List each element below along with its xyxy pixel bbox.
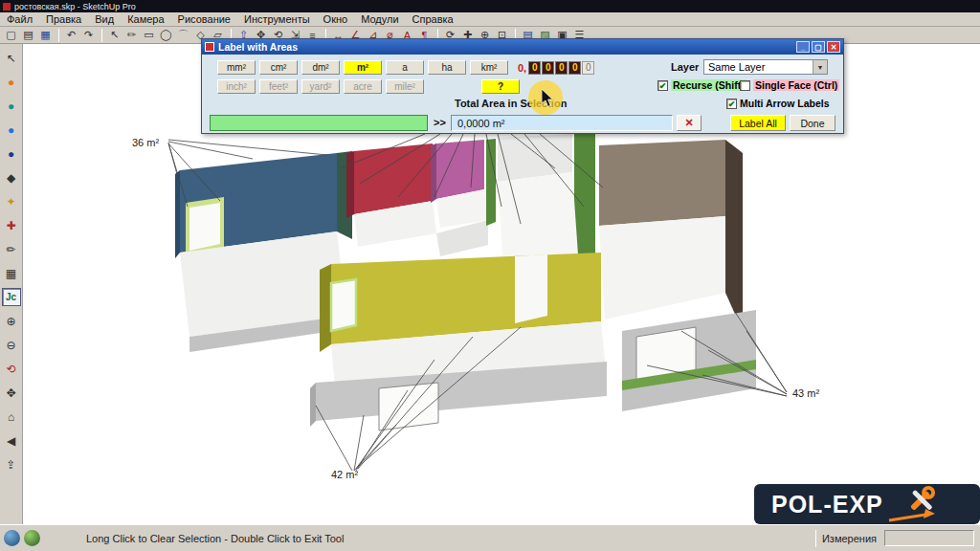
label-all-button[interactable]: Label All — [730, 115, 786, 131]
toolbar-separator — [58, 29, 59, 42]
minimize-button[interactable]: _ — [796, 41, 810, 53]
label-areas-tool-icon[interactable]: Jc — [2, 288, 21, 306]
zoom-out-icon[interactable]: ⊖ — [2, 336, 21, 354]
digit-0: 0, — [518, 62, 526, 74]
digit-4: 0 — [568, 61, 581, 75]
window-title: ростовская.skp - SketchUp Pro — [14, 2, 136, 11]
menu-window[interactable]: Окно — [317, 13, 355, 25]
select-tool-icon[interactable]: ↖ — [106, 28, 122, 43]
label-with-areas-dialog: Label with Areas _ ▢ ✕ mm² cm² dm² m² a … — [201, 38, 844, 134]
single-face-option[interactable]: Single Face (Ctrl) — [740, 79, 839, 91]
grid-tool-icon[interactable]: ▦ — [2, 264, 21, 282]
single-face-label: Single Face (Ctrl) — [753, 79, 839, 91]
menu-view[interactable]: Вид — [88, 13, 121, 25]
star-tool-icon[interactable]: ✦ — [2, 192, 21, 210]
dialog-titlebar[interactable]: Label with Areas _ ▢ ✕ — [202, 39, 843, 55]
zoom-in-icon[interactable]: ⊕ — [2, 312, 21, 330]
menu-tools[interactable]: Инструменты — [237, 13, 317, 25]
help-button[interactable]: ? — [481, 79, 520, 94]
new-file-icon[interactable]: ▢ — [3, 28, 19, 43]
menu-bar: Файл Правка Вид Камера Рисование Инструм… — [0, 12, 980, 27]
select-tool-icon[interactable]: ↖ — [2, 49, 21, 67]
app-window: ростовская.skp - SketchUp Pro Файл Правк… — [0, 0, 980, 551]
multi-arrow-checkbox[interactable]: ✔ — [726, 99, 737, 109]
redo-icon[interactable]: ↷ — [80, 28, 97, 43]
back-tool-icon[interactable]: ◀ — [2, 431, 21, 450]
measurements-field[interactable] — [884, 530, 974, 546]
toolbar-separator — [101, 29, 102, 42]
multi-arrow-option[interactable]: ✔ Multi Arrow Labels — [726, 98, 830, 109]
menu-help[interactable]: Справка — [406, 13, 460, 25]
pol-exp-logo: POL-EXP — [754, 484, 980, 524]
cross-tool-icon[interactable]: ✚ — [2, 216, 21, 234]
unit-km2-button[interactable]: km² — [470, 60, 508, 75]
menu-draw[interactable]: Рисование — [171, 13, 237, 25]
digit-1: 0 — [528, 61, 541, 75]
unit-inch2-button[interactable]: inch² — [217, 79, 256, 94]
digit-2: 0 — [542, 61, 554, 75]
digit-display: 0, 0 0 0 0 0 — [518, 60, 594, 75]
total-area-field[interactable]: 0,0000 m² — [451, 115, 673, 131]
mouse-cursor — [542, 89, 555, 108]
pencil-tool-icon[interactable]: ✏ — [2, 240, 21, 258]
done-button[interactable]: Done — [790, 115, 835, 131]
progress-bar — [210, 115, 428, 131]
menu-camera[interactable]: Камера — [121, 13, 170, 25]
chevron-down-icon[interactable]: ▼ — [813, 60, 827, 74]
orbit-tool-icon[interactable]: ⟲ — [2, 360, 21, 378]
unit-yard2-button[interactable]: yard² — [301, 79, 340, 94]
sphere-navy-icon[interactable]: ● — [2, 144, 21, 163]
recurse-checkbox[interactable]: ✔ — [657, 80, 668, 91]
sphere-teal-icon[interactable]: ● — [2, 97, 21, 115]
multi-arrow-label: Multi Arrow Labels — [740, 98, 830, 109]
unit-dm2-button[interactable]: dm² — [301, 60, 340, 75]
dialog-body: mm² cm² dm² m² a ha km² 0, 0 0 0 0 0 Lay… — [202, 55, 845, 135]
line-tool-icon[interactable]: ✏ — [123, 28, 140, 43]
undo-icon[interactable]: ↶ — [63, 28, 79, 43]
wrench-icon — [883, 484, 958, 524]
unit-mile2-button[interactable]: mile² — [386, 79, 424, 94]
measurements-area: Измерения — [815, 530, 980, 547]
geo-icon[interactable] — [24, 530, 40, 546]
maximize-button[interactable]: ▢ — [812, 41, 825, 53]
unit-feet2-button[interactable]: feet² — [259, 79, 298, 94]
unit-ha-button[interactable]: ha — [428, 60, 466, 75]
recurse-label: Recurse (Shift) — [671, 79, 746, 91]
save-icon[interactable]: ▦ — [37, 28, 54, 43]
circle-tool-icon[interactable]: ◯ — [158, 28, 174, 43]
diamond-tool-icon[interactable]: ◆ — [2, 168, 21, 187]
measurements-label: Измерения — [822, 533, 877, 544]
window-titlebar: ростовская.skp - SketchUp Pro — [0, 0, 980, 12]
open-file-icon[interactable]: ▤ — [20, 28, 36, 43]
single-face-checkbox[interactable] — [740, 80, 750, 91]
sphere-blue-icon[interactable]: ● — [2, 121, 21, 139]
unit-m2-button[interactable]: m² — [344, 60, 382, 75]
home-tool-icon[interactable]: ⌂ — [2, 408, 21, 426]
rectangle-tool-icon[interactable]: ▭ — [141, 28, 157, 43]
area-label-42: 42 m² — [331, 469, 358, 480]
close-button[interactable]: ✕ — [827, 41, 840, 53]
clear-selection-button[interactable]: ✕ — [677, 115, 702, 131]
layer-dropdown[interactable]: Same Layer ▼ — [703, 59, 828, 75]
digit-5: 0 — [582, 61, 594, 75]
globe-icon[interactable] — [4, 530, 20, 546]
menu-file[interactable]: Файл — [0, 13, 39, 25]
unit-acre-button[interactable]: acre — [344, 79, 382, 94]
dialog-title: Label with Areas — [218, 41, 298, 53]
area-label-43: 43 m² — [792, 387, 819, 399]
area-label-36: 36 m² — [132, 137, 159, 148]
recurse-option[interactable]: ✔ Recurse (Shift) — [657, 79, 746, 91]
pan-tool-icon[interactable]: ✥ — [2, 384, 21, 402]
menu-edit[interactable]: Правка — [39, 13, 88, 25]
status-separator — [815, 530, 816, 547]
menu-plugins[interactable]: Модули — [354, 13, 405, 25]
layer-label: Layer — [671, 61, 699, 73]
unit-cm2-button[interactable]: cm² — [259, 60, 298, 75]
digit-3: 0 — [555, 61, 568, 75]
unit-a-button[interactable]: a — [386, 60, 424, 75]
unit-mm2-button[interactable]: mm² — [217, 60, 256, 75]
status-bar: Long Click to Clear Selection - Double C… — [0, 524, 980, 551]
arc-tool-icon[interactable]: ⌒ — [175, 28, 191, 43]
component-icon[interactable]: ● — [2, 73, 21, 91]
walk-tool-icon[interactable]: ⇪ — [2, 455, 21, 474]
